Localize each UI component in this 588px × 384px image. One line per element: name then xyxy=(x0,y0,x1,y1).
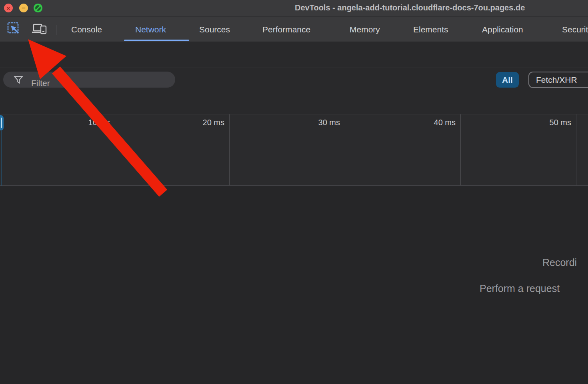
timeline-marker: 10 ms xyxy=(88,118,110,127)
tab-elements[interactable]: Elements xyxy=(413,25,448,34)
filter-type-all-button[interactable]: All xyxy=(496,72,519,88)
network-toolbar: Preserve log Disable cache No throttling… xyxy=(0,42,588,68)
close-button[interactable]: × xyxy=(4,4,13,12)
zoom-button[interactable] xyxy=(34,4,42,12)
timeline-gridline xyxy=(115,114,115,186)
timeline-marker: 30 ms xyxy=(318,118,340,127)
window-title: DevTools - angela-add-tutorial.cloudflar… xyxy=(295,3,588,14)
perform-request-message: Perform a request xyxy=(480,283,560,294)
tab-memory[interactable]: Memory xyxy=(350,25,380,34)
timeline-marker: 40 ms xyxy=(434,118,456,127)
recording-message: Recordi xyxy=(542,257,577,268)
timeline-marker: 50 ms xyxy=(550,118,571,127)
timeline-marker: 20 ms xyxy=(203,118,224,127)
filter-input[interactable] xyxy=(31,75,167,91)
tab-sources[interactable]: Sources xyxy=(199,25,230,34)
funnel-outline-icon xyxy=(14,76,23,84)
filter-bar: Invert Hide data URLs Hide extension URL… xyxy=(0,68,588,92)
network-overview-timeline[interactable]: 10 ms 20 ms 30 ms 40 ms 50 ms xyxy=(0,114,588,186)
inspect-cursor-icon[interactable] xyxy=(7,22,21,36)
filter-type-fetch-xhr-button[interactable]: Fetch/XHR xyxy=(528,72,588,88)
active-tab-underline xyxy=(124,40,189,41)
tab-network[interactable]: Network xyxy=(135,25,166,34)
timeline-gridline xyxy=(229,114,230,186)
devtools-window: × − DevTools - angela-add-tutorial.cloud… xyxy=(0,0,588,384)
devtools-tabbar: Console Network Sources Performance Memo… xyxy=(0,17,588,42)
device-toolbar-icon[interactable] xyxy=(31,23,47,36)
overview-range-handle[interactable] xyxy=(0,115,4,130)
overview-range-line xyxy=(1,130,2,186)
tab-security[interactable]: Security xyxy=(562,25,588,34)
titlebar: × − DevTools - angela-add-tutorial.cloud… xyxy=(0,0,588,17)
handle-grip xyxy=(1,118,2,128)
zoom-disabled-icon xyxy=(35,5,41,11)
timeline-gridline xyxy=(345,114,345,186)
tabbar-divider xyxy=(56,25,56,35)
timeline-gridline xyxy=(460,114,461,186)
requests-panel: Recordi Perform a request xyxy=(0,186,588,384)
more-filters-bar: Blocked requests 3rd-party requests xyxy=(0,92,588,114)
tab-console[interactable]: Console xyxy=(71,25,102,34)
minimize-button[interactable]: − xyxy=(19,4,28,12)
tab-performance[interactable]: Performance xyxy=(262,25,310,34)
timeline-gridline xyxy=(576,114,576,186)
tab-application[interactable]: Application xyxy=(482,25,523,34)
filter-field[interactable] xyxy=(3,72,175,88)
